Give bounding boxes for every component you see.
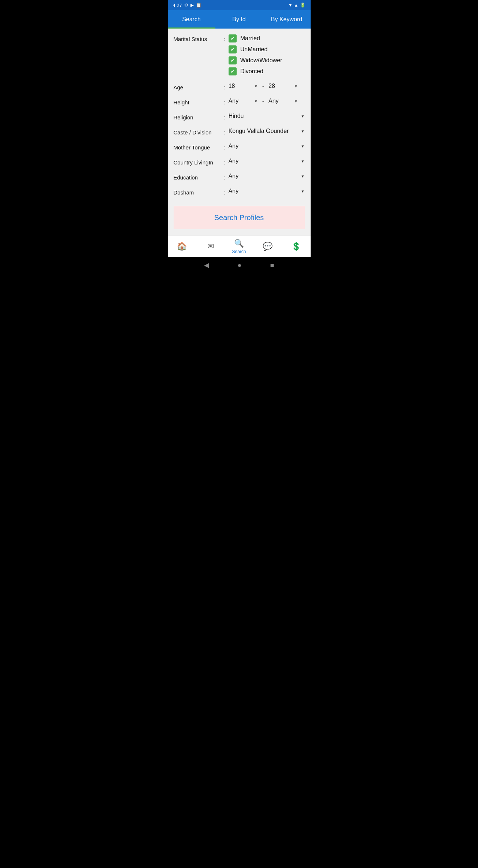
education-label: Education [174,173,221,181]
status-right: ▼ ▲ 🔋 [288,3,305,8]
home-icon: 🏠 [177,242,187,251]
height-label: Height [174,98,221,105]
age-values: 18 ▼ - 28 ▼ [229,83,305,89]
dosham-arrow: ▼ [301,189,305,193]
nav-dollar[interactable]: 💲 [282,235,311,257]
wifi-icon: ▼ [288,3,293,8]
height-dropdown-row: Any ▼ - Any ▼ [229,98,305,104]
age-separator: - [262,83,264,89]
chat-icon: 💬 [263,242,273,251]
height-from-arrow: ▼ [254,99,258,103]
religion-row: Religion : Hindu ▼ [174,113,305,120]
status-left: 4:27 ⚙ ▶ 📋 [173,3,201,8]
dosham-dropdown[interactable]: Any ▼ [229,188,305,194]
signal-icon: ▲ [294,3,299,8]
mother-tongue-row: Mother Tongue : Any ▼ [174,143,305,151]
search-profiles-button[interactable]: Search Profiles [174,206,305,229]
colon-marital: : [224,34,226,42]
mother-tongue-arrow: ▼ [301,144,305,148]
nav-messages[interactable]: ✉ [196,235,225,257]
caste-dropdown[interactable]: Kongu Vellala Gounder ▼ [229,128,305,134]
mail-icon: ✉ [207,242,214,251]
home-button[interactable]: ● [238,261,242,269]
phone-frame: 4:27 ⚙ ▶ 📋 ▼ ▲ 🔋 Search By Id By Keyword… [168,0,311,273]
marital-status-label: Marital Status [174,34,221,42]
religion-label: Religion [174,113,221,120]
colon-country: : [224,158,226,166]
back-button[interactable]: ◀ [204,261,209,269]
dosham-values: Any ▼ [229,188,305,194]
caste-row: Caste / Division : Kongu Vellala Gounder… [174,128,305,136]
education-row: Education : Any ▼ [174,173,305,181]
age-to-arrow: ▼ [294,84,298,88]
country-dropdown[interactable]: Any ▼ [229,158,305,164]
caste-arrow: ▼ [301,129,305,133]
mother-tongue-label: Mother Tongue [174,143,221,151]
checkbox-box-divorced: ✓ [229,67,237,75]
colon-religion: : [224,113,226,120]
education-arrow: ▼ [301,174,305,178]
recents-button[interactable]: ■ [270,261,274,269]
clipboard-icon: 📋 [196,3,201,8]
tab-search[interactable]: Search [168,10,215,29]
height-to-arrow: ▼ [294,99,298,103]
education-dropdown[interactable]: Any ▼ [229,173,305,179]
height-values: Any ▼ - Any ▼ [229,98,305,104]
colon-education: : [224,173,226,181]
checkbox-box-married: ✓ [229,34,237,42]
age-dropdown-row: 18 ▼ - 28 ▼ [229,83,305,89]
nav-chat[interactable]: 💬 [253,235,282,257]
shield-icon: ▶ [190,3,194,8]
checkbox-divorced[interactable]: ✓ Divorced [229,67,305,75]
main-content: Marital Status : ✓ Married ✓ UnMarried [168,29,311,235]
marital-status-row: Marital Status : ✓ Married ✓ UnMarried [174,34,305,75]
checkbox-box-widow: ✓ [229,56,237,64]
religion-values: Hindu ▼ [229,113,305,119]
age-from-arrow: ▼ [254,84,258,88]
search-icon: 🔍 [234,239,244,248]
settings-icon: ⚙ [184,3,188,8]
mother-tongue-dropdown[interactable]: Any ▼ [229,143,305,149]
age-label: Age [174,83,221,90]
bottom-nav: 🏠 ✉ 🔍 Search 💬 💲 [168,235,311,257]
colon-height: : [224,98,226,105]
tab-bar: Search By Id By Keyword [168,10,311,29]
country-label: Country LivingIn [174,158,221,166]
dosham-label: Dosham [174,188,221,196]
height-row: Height : Any ▼ - Any ▼ [174,98,305,105]
colon-age: : [224,83,226,90]
android-nav: ◀ ● ■ [168,257,311,273]
caste-label: Caste / Division [174,128,221,136]
religion-dropdown[interactable]: Hindu ▼ [229,113,305,119]
country-values: Any ▼ [229,158,305,164]
dollar-icon: 💲 [291,242,301,251]
religion-arrow: ▼ [301,114,305,118]
country-row: Country LivingIn : Any ▼ [174,158,305,166]
marital-status-values: ✓ Married ✓ UnMarried ✓ Widow/Widower [229,34,305,75]
age-row: Age : 18 ▼ - 28 ▼ [174,83,305,90]
height-separator: - [262,98,264,104]
age-from-dropdown[interactable]: 18 ▼ [229,83,258,89]
checkbox-married[interactable]: ✓ Married [229,34,305,42]
checkbox-box-unmarried: ✓ [229,45,237,53]
checkbox-widow[interactable]: ✓ Widow/Widower [229,56,305,64]
nav-home[interactable]: 🏠 [168,235,196,257]
colon-dosham: : [224,188,226,196]
age-to-dropdown[interactable]: 28 ▼ [268,83,298,89]
status-bar: 4:27 ⚙ ▶ 📋 ▼ ▲ 🔋 [168,0,311,10]
checkbox-unmarried[interactable]: ✓ UnMarried [229,45,305,53]
status-time: 4:27 [173,3,182,8]
battery-icon: 🔋 [300,3,305,8]
dosham-row: Dosham : Any ▼ [174,188,305,196]
colon-mother-tongue: : [224,143,226,151]
tab-by-id[interactable]: By Id [215,10,263,29]
tab-by-keyword[interactable]: By Keyword [263,10,311,29]
country-arrow: ▼ [301,159,305,163]
mother-tongue-values: Any ▼ [229,143,305,149]
colon-caste: : [224,128,226,136]
education-values: Any ▼ [229,173,305,179]
height-to-dropdown[interactable]: Any ▼ [268,98,298,104]
height-from-dropdown[interactable]: Any ▼ [229,98,258,104]
caste-values: Kongu Vellala Gounder ▼ [229,128,305,134]
nav-search[interactable]: 🔍 Search [225,235,253,257]
